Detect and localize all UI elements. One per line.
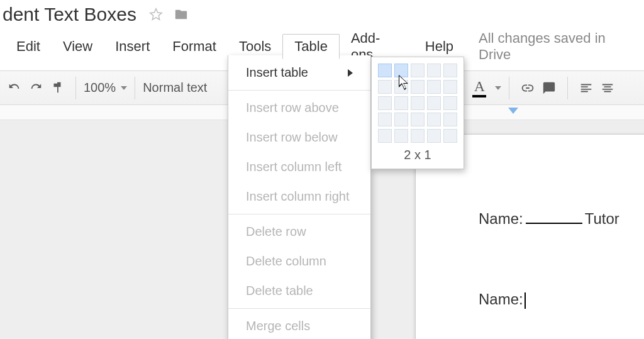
grid-picker-cell[interactable] xyxy=(411,129,425,143)
menu-insert-col-right: Insert column right xyxy=(228,182,370,211)
save-status: All changes saved in Drive xyxy=(479,30,641,63)
chevron-right-icon xyxy=(348,69,353,77)
grid-picker-cell[interactable] xyxy=(378,96,392,110)
blank-underline xyxy=(526,223,582,224)
menu-insert-row-above: Insert row above xyxy=(228,93,370,123)
menu-merge-cells: Merge cells xyxy=(228,311,370,339)
zoom-select[interactable]: 100% xyxy=(84,81,127,95)
doc-line1-tutor: Tutor xyxy=(585,210,619,228)
paragraph-style-value: Normal text xyxy=(143,81,207,95)
grid-picker-cell[interactable] xyxy=(394,64,408,77)
menu-insert-table[interactable]: Insert table xyxy=(228,58,370,87)
menu-edit[interactable]: Edit xyxy=(5,35,52,58)
menu-insert-table-label: Insert table xyxy=(246,65,308,80)
menu-delete-table: Delete table xyxy=(228,276,370,306)
grid-picker-cell[interactable] xyxy=(427,113,441,126)
text-color-caret[interactable] xyxy=(490,77,501,99)
align-left-button[interactable] xyxy=(575,77,597,99)
doc-line2-name: Name: xyxy=(479,291,523,308)
grid-picker-cell[interactable] xyxy=(394,113,408,126)
grid-picker-cell[interactable] xyxy=(427,129,441,143)
redo-button[interactable] xyxy=(25,77,47,99)
grid-picker-cell[interactable] xyxy=(394,129,408,143)
zoom-value: 100% xyxy=(84,81,116,95)
indent-marker-icon[interactable] xyxy=(508,108,518,114)
grid-picker-cell[interactable] xyxy=(443,64,457,77)
folder-icon[interactable] xyxy=(173,6,189,23)
undo-button[interactable] xyxy=(4,77,25,99)
document-title[interactable]: dent Text Boxes xyxy=(3,4,136,25)
menu-separator xyxy=(228,90,370,91)
toolbar-separator xyxy=(567,77,568,99)
menu-delete-row: Delete row xyxy=(228,217,370,247)
title-bar: dent Text Boxes xyxy=(0,0,644,26)
grid-picker-cell[interactable] xyxy=(378,64,392,77)
grid-picker-cell[interactable] xyxy=(427,80,441,94)
toolbar-separator xyxy=(135,77,135,99)
doc-line1-name: Name: xyxy=(479,210,523,228)
chevron-down-icon xyxy=(495,86,501,90)
text-caret xyxy=(525,292,526,309)
grid-picker-grid[interactable] xyxy=(378,64,457,143)
grid-picker-cell[interactable] xyxy=(427,64,441,77)
toolbar-separator xyxy=(75,77,76,99)
grid-picker-cell[interactable] xyxy=(411,80,425,94)
grid-picker-cell[interactable] xyxy=(378,129,392,143)
menu-insert[interactable]: Insert xyxy=(104,35,161,58)
menu-help[interactable]: Help xyxy=(414,35,465,58)
menu-separator xyxy=(228,214,370,214)
chevron-down-icon xyxy=(121,86,127,90)
table-dropdown-menu: Insert table Insert row above Insert row… xyxy=(228,55,371,339)
paint-format-button[interactable] xyxy=(47,77,68,99)
insert-comment-button[interactable] xyxy=(538,77,560,99)
paragraph-style-select[interactable]: Normal text xyxy=(143,81,207,95)
grid-picker-cell[interactable] xyxy=(394,80,408,94)
grid-picker-cell[interactable] xyxy=(378,113,392,126)
grid-picker-cell[interactable] xyxy=(443,113,457,126)
grid-picker-cell[interactable] xyxy=(427,96,441,110)
align-center-button[interactable] xyxy=(597,77,618,99)
grid-picker-cell[interactable] xyxy=(443,96,457,110)
grid-picker-cell[interactable] xyxy=(378,80,392,94)
menu-insert-row-below: Insert row below xyxy=(228,123,370,152)
grid-picker-cell[interactable] xyxy=(394,96,408,110)
menu-insert-col-left: Insert column left xyxy=(228,152,370,182)
grid-picker-label: 2 x 1 xyxy=(378,143,457,162)
grid-picker-cell[interactable] xyxy=(411,96,425,110)
menu-format[interactable]: Format xyxy=(161,35,228,58)
table-grid-picker[interactable]: 2 x 1 xyxy=(371,57,464,169)
toolbar-separator xyxy=(509,77,509,99)
star-icon[interactable] xyxy=(148,6,164,23)
grid-picker-cell[interactable] xyxy=(443,80,457,94)
menu-view[interactable]: View xyxy=(52,35,104,58)
grid-picker-cell[interactable] xyxy=(443,129,457,143)
insert-link-button[interactable] xyxy=(517,77,538,99)
text-color-icon: A xyxy=(472,79,486,97)
menu-delete-col: Delete column xyxy=(228,247,370,276)
doc-line-1: Name: Tutor xyxy=(479,210,644,228)
menu-separator xyxy=(228,308,370,309)
doc-line-2: Name: xyxy=(479,291,644,309)
grid-picker-cell[interactable] xyxy=(411,113,425,126)
grid-picker-cell[interactable] xyxy=(411,64,425,77)
text-color-button[interactable]: A xyxy=(469,77,490,99)
menu-table[interactable]: Table xyxy=(282,34,340,59)
